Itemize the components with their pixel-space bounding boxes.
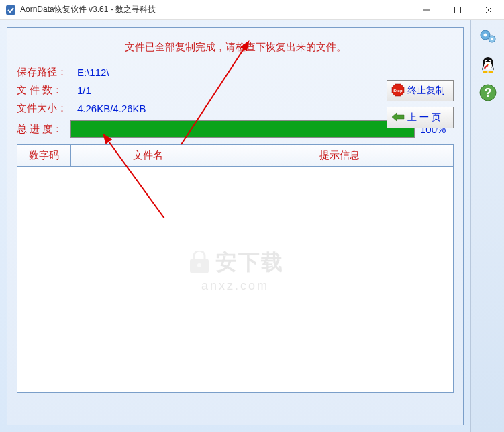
close-button[interactable]	[473, 0, 504, 20]
prev-page-button[interactable]: 上 一 页	[387, 107, 454, 128]
status-message: 文件已全部复制完成，请检查下恢复出来的文件。	[17, 41, 454, 54]
save-path-label: 保存路径：	[17, 66, 77, 79]
right-sidebar: ?	[470, 20, 504, 432]
save-path-row: 保存路径： E:\112\	[17, 66, 454, 79]
svg-point-12	[483, 34, 487, 37]
column-header-message[interactable]: 提示信息	[225, 145, 453, 166]
svg-point-19	[485, 61, 487, 62]
inner-panel: 文件已全部复制完成，请检查下恢复出来的文件。 保存路径： E:\112\ 文 件…	[7, 27, 464, 425]
svg-rect-5	[190, 259, 209, 273]
svg-text:Stop: Stop	[393, 89, 403, 93]
main-container: 文件已全部复制完成，请检查下恢复出来的文件。 保存路径： E:\112\ 文 件…	[0, 20, 504, 432]
svg-point-23	[488, 71, 493, 73]
side-buttons: Stop 终止复制 上 一 页	[387, 80, 454, 134]
table-header: 数字码 文件名 提示信息	[17, 145, 453, 167]
content-area: 文件已全部复制完成，请检查下恢复出来的文件。 保存路径： E:\112\ 文 件…	[0, 20, 470, 432]
settings-icon[interactable]	[477, 26, 499, 47]
file-size-label: 文件大小：	[17, 102, 77, 115]
titlebar: AornData恢复软件 v3.61 - 数之寻科技	[0, 0, 504, 20]
watermark-text: 安下载	[215, 248, 284, 277]
maximize-button[interactable]	[442, 0, 473, 20]
arrow-left-icon	[391, 112, 405, 124]
prev-page-label: 上 一 页	[407, 112, 441, 124]
column-header-code[interactable]: 数字码	[17, 145, 71, 166]
progress-label: 总 进 度：	[17, 123, 70, 136]
stop-icon: Stop	[391, 83, 405, 99]
window-controls	[411, 0, 504, 20]
save-path-value: E:\112\	[77, 67, 109, 78]
qq-icon[interactable]	[477, 54, 499, 75]
svg-point-22	[483, 71, 487, 73]
minimize-button[interactable]	[411, 0, 442, 20]
watermark-url: anxz.com	[187, 279, 284, 293]
svg-text:?: ?	[484, 86, 491, 99]
svg-rect-2	[455, 7, 461, 13]
svg-point-14	[491, 38, 493, 40]
svg-point-20	[489, 61, 490, 62]
table-body: 安下载 anxz.com	[17, 167, 453, 392]
stop-copy-button[interactable]: Stop 终止复制	[387, 80, 454, 101]
watermark: 安下载 anxz.com	[187, 248, 284, 293]
help-icon[interactable]: ?	[477, 82, 499, 103]
stop-copy-label: 终止复制	[407, 85, 445, 97]
app-icon	[5, 5, 16, 15]
file-size-value: 4.26KB/4.26KB	[77, 103, 146, 114]
file-count-value: 1/1	[77, 85, 91, 96]
progress-bar-fill	[71, 121, 414, 137]
column-header-filename[interactable]: 文件名	[71, 145, 225, 166]
window-title: AornData恢复软件 v3.61 - 数之寻科技	[20, 4, 411, 15]
progress-bar	[70, 120, 415, 138]
file-count-label: 文 件 数：	[17, 84, 77, 97]
svg-rect-0	[6, 5, 15, 15]
svg-point-6	[197, 263, 201, 267]
result-table: 数字码 文件名 提示信息 安下载 anxz.com	[17, 144, 454, 393]
